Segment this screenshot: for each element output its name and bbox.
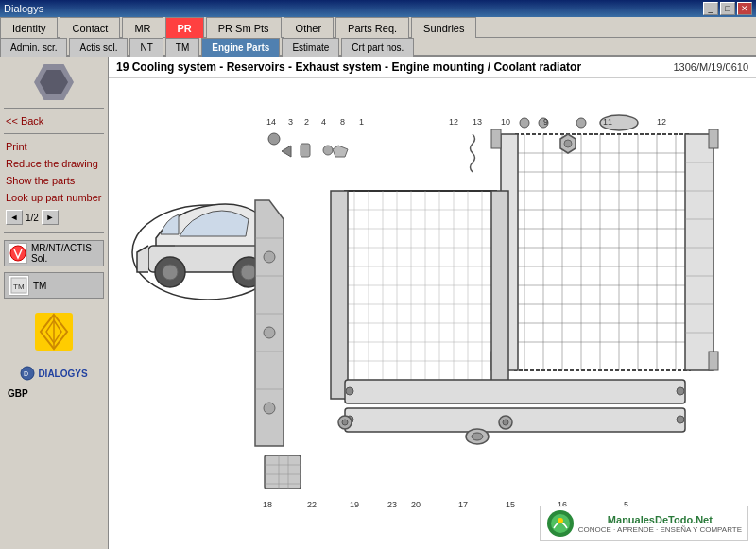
tab-crtpartnos[interactable]: Crt part nos. — [341, 38, 414, 57]
svg-rect-114 — [301, 144, 310, 157]
tab-estimate[interactable]: Estimate — [282, 38, 339, 57]
svg-text:3: 3 — [288, 117, 293, 127]
module-tm-label: TM — [33, 281, 46, 291]
svg-rect-87 — [345, 408, 685, 432]
svg-text:4: 4 — [321, 117, 326, 127]
watermark: ManualesDeTodo.Net CONOCE · APRENDE · EN… — [540, 506, 748, 541]
dialogys-icon: D — [20, 366, 35, 381]
svg-text:15: 15 — [506, 500, 515, 509]
main-content: 19 Cooling system - Reservoirs - Exhaust… — [109, 57, 756, 549]
tab-contact[interactable]: Contact — [60, 17, 120, 38]
page-navigation: ◄ 1/2 ► — [6, 210, 102, 225]
watermark-sub: CONOCE · APRENDE · ENSEÑA Y COMPARTE — [578, 525, 742, 534]
svg-text:9: 9 — [543, 117, 548, 127]
left-support — [255, 200, 284, 446]
tab-engineparts[interactable]: Engine Parts — [201, 38, 280, 57]
bottom-components — [345, 380, 685, 432]
tab-partsreq[interactable]: Parts Req. — [335, 17, 409, 38]
svg-rect-55 — [491, 129, 501, 148]
module-tm-icon: TM — [9, 275, 29, 296]
divider-2 — [4, 133, 104, 134]
svg-rect-80 — [331, 191, 348, 399]
title-bar-buttons: _ □ ✕ — [703, 2, 752, 15]
page-indicator: 1/2 — [26, 213, 39, 223]
svg-rect-59 — [345, 191, 496, 399]
watermark-title: ManualesDeTodo.Net — [578, 514, 742, 525]
svg-text:1: 1 — [359, 117, 364, 127]
svg-text:17: 17 — [458, 500, 468, 509]
svg-point-132 — [342, 420, 348, 425]
svg-rect-57 — [709, 129, 718, 148]
module-mr-button[interactable]: MR/NT/ACTIS Sol. — [4, 240, 104, 266]
tab-pr[interactable]: PR — [165, 17, 204, 38]
flag-icon: GBP — [6, 386, 26, 400]
svg-text:13: 13 — [472, 117, 482, 127]
svg-point-84 — [576, 118, 586, 128]
tab-actissol[interactable]: Actis sol. — [69, 38, 128, 57]
page-prev-button[interactable]: ◄ — [6, 210, 23, 225]
svg-rect-25 — [515, 134, 690, 370]
svg-text:8: 8 — [340, 117, 345, 127]
tab-mr[interactable]: MR — [122, 17, 163, 38]
svg-text:10: 10 — [501, 117, 510, 127]
divider-3 — [4, 232, 104, 233]
nav-tabs-row1: Identity Contact MR PR PR Sm Pts Other P… — [0, 17, 756, 38]
svg-text:2: 2 — [304, 117, 309, 127]
svg-point-99 — [264, 403, 275, 414]
back-link[interactable]: << Back — [4, 112, 104, 129]
svg-text:23: 23 — [387, 500, 397, 509]
svg-text:12: 12 — [449, 117, 458, 127]
diagram-area: 14 3 2 4 8 1 12 13 10 9 11 12 — [109, 78, 756, 549]
svg-point-97 — [264, 251, 275, 263]
tab-prsmpts[interactable]: PR Sm Pts — [206, 17, 282, 38]
radiator-assembly — [331, 115, 718, 399]
svg-text:D: D — [24, 370, 28, 377]
svg-point-141 — [558, 518, 563, 523]
svg-point-23 — [241, 265, 256, 280]
page-next-button[interactable]: ► — [42, 210, 59, 225]
svg-marker-116 — [333, 146, 348, 157]
nav-tabs-row2: Admin. scr. Actis sol. NT TM Engine Part… — [0, 38, 756, 57]
maximize-button[interactable]: □ — [720, 2, 735, 15]
svg-rect-58 — [709, 352, 718, 370]
svg-point-134 — [503, 420, 508, 425]
module-mr-icon — [9, 243, 27, 264]
show-parts-link[interactable]: Show the parts — [4, 172, 104, 189]
svg-text:22: 22 — [307, 500, 317, 509]
tab-nt[interactable]: NT — [129, 38, 163, 57]
svg-point-115 — [323, 146, 333, 155]
print-link[interactable]: Print — [4, 138, 104, 155]
svg-point-112 — [268, 133, 280, 145]
tab-tm[interactable]: TM — [165, 38, 199, 57]
technical-diagram: 14 3 2 4 8 1 12 13 10 9 11 12 — [109, 78, 756, 549]
tab-adminscr[interactable]: Admin. scr. — [0, 38, 67, 57]
lookup-link[interactable]: Look up part number — [4, 189, 104, 206]
title-bar-text: Dialogys — [4, 3, 703, 14]
svg-point-98 — [264, 327, 275, 338]
svg-rect-86 — [345, 380, 685, 403]
close-button[interactable]: ✕ — [737, 2, 752, 15]
currency-label: GBP — [8, 388, 28, 399]
svg-point-136 — [472, 433, 483, 440]
svg-text:20: 20 — [411, 500, 421, 509]
diagram-code: 1306/M/19/0610 — [673, 61, 748, 73]
small-parts-top: 14 3 2 4 8 1 12 13 10 9 11 12 — [266, 117, 666, 172]
tab-identity[interactable]: Identity — [0, 17, 58, 38]
svg-rect-46 — [685, 134, 713, 370]
tab-sundries[interactable]: Sundries — [411, 17, 476, 38]
svg-point-138 — [564, 140, 572, 147]
dialogys-brand: D DIALOGYS — [6, 366, 102, 381]
title-bar: Dialogys _ □ ✕ — [0, 0, 756, 17]
module-tm-button[interactable]: TM TM — [4, 272, 104, 299]
content-area: << Back Print Reduce the drawing Show th… — [0, 57, 756, 549]
svg-point-89 — [677, 387, 684, 395]
main-container: Identity Contact MR PR PR Sm Pts Other P… — [0, 17, 756, 549]
svg-point-91 — [677, 416, 684, 423]
renault-logo — [31, 309, 77, 354]
tab-other[interactable]: Other — [284, 17, 335, 38]
hex-icon — [34, 64, 74, 100]
svg-text:12: 12 — [657, 117, 666, 127]
minimize-button[interactable]: _ — [703, 2, 718, 15]
svg-point-21 — [163, 265, 178, 280]
reduce-link[interactable]: Reduce the drawing — [4, 155, 104, 172]
